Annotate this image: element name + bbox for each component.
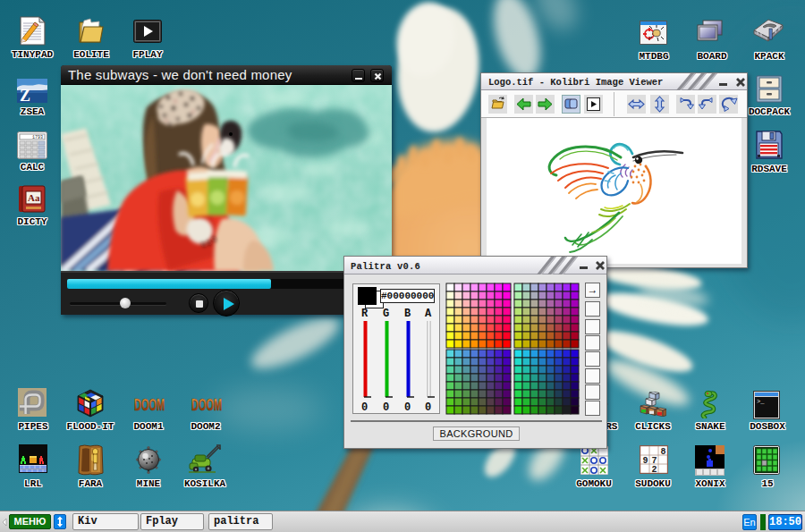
svg-text:>_: >_ xyxy=(757,398,765,405)
svg-text:DOOM: DOOM xyxy=(191,395,222,413)
svg-text:8: 8 xyxy=(661,447,666,457)
svg-text:DOOM: DOOM xyxy=(134,395,165,413)
svg-text:Aa: Aa xyxy=(28,192,40,203)
svg-text:9: 9 xyxy=(643,456,648,466)
svg-text:2: 2 xyxy=(652,465,657,475)
svg-text:1793: 1793 xyxy=(32,135,43,140)
svg-text:Z: Z xyxy=(20,87,30,103)
